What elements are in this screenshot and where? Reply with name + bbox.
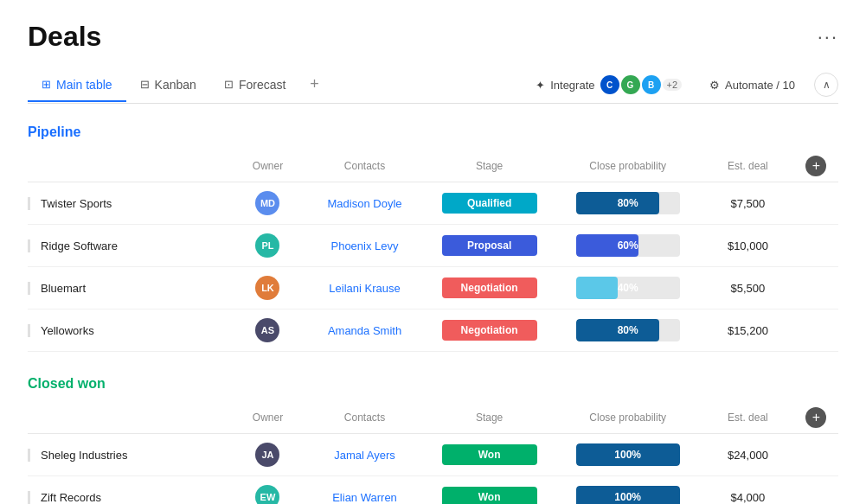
row-probability-cell: 40% — [554, 267, 702, 309]
row-owner-cell: LK — [231, 267, 305, 309]
automate-label: Automate / 10 — [725, 79, 795, 92]
row-extra-cell — [794, 434, 838, 476]
row-contact-cell[interactable]: Leilani Krause — [305, 267, 425, 309]
row-deal-cell: $24,000 — [702, 434, 794, 476]
row-deal-cell: $4,000 — [702, 476, 794, 505]
probability-bar-text: 80% — [576, 192, 680, 214]
probability-bar-container: 60% — [576, 234, 680, 257]
deal-amount: $4,000 — [731, 491, 766, 504]
probability-bar-wrap: 40% — [564, 277, 691, 299]
row-probability-cell: 80% — [554, 182, 702, 225]
contact-link[interactable]: Phoenix Levy — [330, 239, 398, 252]
add-column-button[interactable]: + — [805, 156, 826, 176]
integrate-label: Integrate — [550, 79, 594, 92]
row-contact-cell[interactable]: Jamal Ayers — [305, 434, 425, 476]
integrate-plus-count: +2 — [663, 79, 683, 91]
row-stage-cell: Negotiation — [425, 309, 554, 352]
closed-won-section-header: Closed won — [28, 373, 838, 395]
row-contact-cell[interactable]: Phoenix Levy — [305, 225, 425, 267]
row-contact-cell[interactable]: Amanda Smith — [305, 309, 425, 352]
row-extra-cell — [794, 225, 838, 267]
stage-badge: Negotiation — [442, 278, 537, 298]
contact-link[interactable]: Madison Doyle — [328, 197, 402, 210]
table-row[interactable]: Sheleg IndustriesJAJamal AyersWon 100% $… — [28, 434, 838, 476]
row-stage-cell: Qualified — [425, 182, 554, 225]
automate-button[interactable]: ⚙ Automate / 10 — [701, 73, 804, 97]
row-stage-cell: Won — [425, 434, 554, 476]
chevron-up-icon: ∧ — [823, 79, 831, 91]
row-contact-cell[interactable]: Elian Warren — [305, 476, 425, 505]
table-icon: ⊞ — [42, 78, 51, 91]
stage-badge: Won — [442, 444, 537, 465]
deal-amount: $24,000 — [728, 449, 768, 462]
pipeline-title: Pipeline — [28, 124, 80, 140]
col-header-stage: Stage — [425, 150, 554, 182]
row-stage-cell: Negotiation — [425, 267, 554, 309]
row-probability-cell: 100% — [554, 476, 702, 505]
avatar: EW — [255, 485, 279, 504]
tabs-right-actions: ✦ Integrate C G B +2 ⚙ Automate / 10 ∧ — [527, 70, 838, 99]
table-row[interactable]: YelloworksASAmanda SmithNegotiation 80% … — [28, 309, 838, 352]
collapse-button[interactable]: ∧ — [814, 73, 838, 97]
row-owner-cell: MD — [231, 182, 305, 225]
row-contact-cell[interactable]: Madison Doyle — [305, 182, 425, 225]
table-row[interactable]: Zift RecordsEWElian WarrenWon 100% $4,00… — [28, 476, 838, 505]
row-extra-cell — [794, 476, 838, 505]
stage-badge: Qualified — [442, 193, 537, 214]
row-extra-cell — [794, 309, 838, 352]
icon-circle-b: B — [642, 75, 661, 94]
row-name-cell: Ridge Software — [28, 225, 231, 267]
probability-bar-text: 100% — [576, 486, 680, 504]
add-tab-button[interactable]: + — [299, 67, 330, 104]
more-options-button[interactable]: ··· — [818, 26, 838, 48]
table-row[interactable]: Twister SportsMDMadison DoyleQualified 8… — [28, 182, 838, 225]
probability-bar-container: 100% — [576, 486, 680, 504]
tab-main-table[interactable]: ⊞ Main table — [28, 69, 126, 102]
table-row[interactable]: Ridge SoftwarePLPhoenix LevyProposal 60%… — [28, 225, 838, 267]
forecast-icon: ⊡ — [224, 78, 234, 91]
cw-col-header-prob: Close probability — [554, 402, 702, 434]
row-probability-cell: 60% — [554, 225, 702, 267]
contact-link[interactable]: Elian Warren — [332, 491, 397, 504]
cw-col-header-owner: Owner — [231, 402, 305, 434]
contact-link[interactable]: Amanda Smith — [328, 324, 401, 337]
probability-bar-wrap: 100% — [564, 486, 691, 504]
col-header-contacts: Contacts — [305, 150, 425, 182]
icon-circle-c: C — [600, 75, 619, 94]
page-title: Deals — [28, 21, 101, 53]
col-header-owner: Owner — [231, 150, 305, 182]
contact-link[interactable]: Leilani Krause — [329, 282, 400, 295]
closed-won-table-header-row: Owner Contacts Stage Close probability E… — [28, 402, 838, 434]
cw-add-column-button[interactable]: + — [805, 407, 826, 428]
row-extra-cell — [794, 267, 838, 309]
row-deal-cell: $7,500 — [702, 182, 794, 225]
probability-bar-container: 40% — [576, 277, 680, 299]
integrate-icon: ✦ — [536, 79, 545, 92]
avatar: LK — [255, 276, 279, 300]
row-company-name: Twister Sports — [28, 197, 221, 210]
tab-kanban[interactable]: ⊟ Kanban — [126, 69, 210, 102]
closed-won-title: Closed won — [28, 376, 106, 392]
integrate-button[interactable]: ✦ Integrate C G B +2 — [527, 70, 690, 99]
row-company-name: Bluemart — [28, 282, 221, 295]
stage-badge: Won — [442, 487, 537, 504]
row-owner-cell: PL — [231, 225, 305, 267]
cw-col-header-name — [28, 402, 231, 434]
tab-main-table-label: Main table — [56, 78, 112, 92]
row-deal-cell: $10,000 — [702, 225, 794, 267]
contact-link[interactable]: Jamal Ayers — [334, 449, 395, 462]
tab-forecast[interactable]: ⊡ Forecast — [210, 69, 299, 102]
probability-bar-wrap: 100% — [564, 443, 691, 466]
col-header-name — [28, 150, 231, 182]
cw-col-header-stage: Stage — [425, 402, 554, 434]
row-stage-cell: Proposal — [425, 225, 554, 267]
avatar: MD — [255, 191, 279, 215]
table-row[interactable]: BluemartLKLeilani KrauseNegotiation 40% … — [28, 267, 838, 309]
row-name-cell: Twister Sports — [28, 182, 231, 225]
row-company-name: Sheleg Industries — [28, 449, 221, 462]
stage-badge: Negotiation — [442, 320, 537, 341]
avatar: PL — [255, 233, 279, 258]
pipeline-section: Pipeline Owner Contacts Stage Close prob… — [28, 121, 838, 352]
row-name-cell: Bluemart — [28, 267, 231, 309]
automate-icon: ⚙ — [709, 79, 720, 92]
